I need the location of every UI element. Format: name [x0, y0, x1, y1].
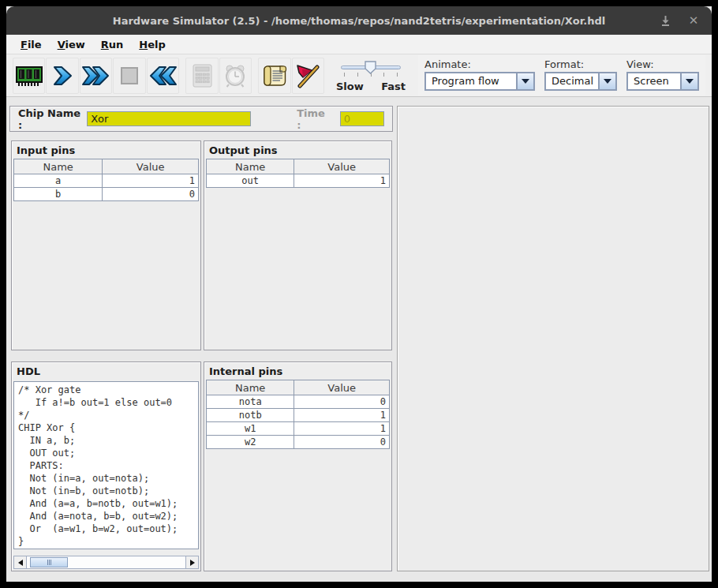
pin-name: out [207, 174, 294, 188]
table-row: w1 1 [207, 422, 390, 436]
hdl-panel: HDL /* Xor gate If a!=b out=1 else out=0… [11, 361, 201, 571]
slider-fast-label: Fast [381, 81, 406, 92]
flag-icon [294, 63, 321, 88]
window-title: Hardware Simulator (2.5) - /home/thomas/… [6, 15, 712, 27]
stop-icon [120, 66, 139, 85]
pin-name: notb [207, 409, 294, 422]
chip-name-bar: Chip Name : Xor Time : 0 [9, 106, 393, 132]
fast-forward-icon [81, 65, 111, 87]
clock-icon [223, 63, 248, 88]
slider-slow-label: Slow [336, 81, 364, 92]
column-header-name: Name [207, 380, 294, 395]
internal-pins-title: Internal pins [204, 362, 391, 380]
pin-value: 1 [294, 174, 390, 188]
scroll-left-button[interactable] [14, 556, 27, 568]
pin-name: nota [207, 395, 294, 409]
speed-slider-thumb[interactable] [365, 61, 376, 74]
minimize-icon [660, 15, 671, 27]
scroll-right-button[interactable] [185, 556, 198, 568]
clock-button [219, 58, 252, 94]
hdl-horizontal-scrollbar[interactable] [13, 556, 199, 569]
chevron-down-icon[interactable] [680, 73, 697, 89]
hdl-code-view: /* Xor gate If a!=b out=1 else out=0 */ … [13, 381, 199, 549]
table-row: w2 0 [207, 436, 390, 449]
input-pins-panel: Input pins Name Value a 1 b 0 [11, 140, 201, 350]
pin-value[interactable]: 0 [103, 188, 199, 201]
column-header-name: Name [207, 159, 294, 174]
animate-label: Animate: [424, 58, 535, 70]
table-row: a 1 [14, 174, 199, 188]
view-label: View: [626, 58, 699, 70]
single-step-button[interactable] [46, 58, 78, 94]
scrollbar-thumb[interactable] [30, 557, 68, 567]
hdl-code: /* Xor gate If a!=b out=1 else out=0 */ … [18, 384, 194, 548]
close-button[interactable]: ✕ [686, 13, 701, 28]
output-pins-title: Output pins [204, 141, 391, 159]
time-field: 0 [340, 111, 384, 126]
output-pins-panel: Output pins Name Value out 1 [204, 140, 392, 350]
pin-value: 0 [294, 436, 390, 449]
format-label: Format: [544, 58, 617, 70]
table-row: out 1 [207, 174, 390, 188]
column-header-value: Value [103, 159, 199, 174]
internal-pins-table: Name Value nota 0 notb 1 w1 1 [206, 380, 390, 449]
table-row: nota 0 [207, 395, 390, 409]
scroll-icon [261, 63, 288, 88]
run-button[interactable] [80, 58, 112, 94]
menu-file[interactable]: File [14, 36, 48, 53]
chevron-down-icon[interactable] [598, 73, 615, 89]
pin-value: 1 [294, 422, 390, 436]
output-pins-table: Name Value out 1 [206, 159, 390, 188]
hdl-view-button[interactable] [258, 58, 290, 94]
table-row: notb 1 [207, 409, 390, 422]
breakpoints-button[interactable] [292, 58, 324, 94]
calculator-button [185, 58, 218, 94]
column-header-value: Value [294, 159, 390, 174]
stop-button [113, 58, 145, 94]
internal-pins-panel: Internal pins Name Value nota 0 notb 1 [204, 361, 392, 571]
input-pins-title: Input pins [12, 141, 200, 159]
toolbar: Slow Fast Animate: Program flow Format: … [6, 54, 712, 97]
toolbar-dropdowns: Animate: Program flow Format: Decimal Vi… [418, 55, 705, 96]
view-select[interactable]: Screen [626, 72, 699, 91]
load-chip-button[interactable] [13, 58, 45, 94]
calculator-icon [189, 63, 215, 88]
pin-name: w1 [207, 422, 294, 436]
minimize-button[interactable] [658, 13, 672, 28]
format-select[interactable]: Decimal [544, 72, 617, 91]
pin-name: a [14, 174, 103, 188]
chip-name-field[interactable]: Xor [87, 111, 251, 126]
pin-name: w2 [207, 436, 294, 449]
input-pins-table: Name Value a 1 b 0 [13, 159, 199, 201]
menu-bar: File View Run Help [6, 35, 712, 54]
chip-icon [14, 64, 44, 88]
column-header-name: Name [14, 159, 103, 174]
pin-value: 0 [294, 395, 390, 409]
pin-value: 1 [294, 409, 390, 422]
animate-value: Program flow [426, 73, 516, 89]
title-bar: Hardware Simulator (2.5) - /home/thomas/… [6, 6, 712, 35]
menu-run[interactable]: Run [95, 36, 130, 53]
menu-view[interactable]: View [51, 36, 92, 53]
view-value: Screen [628, 73, 680, 89]
pin-name: b [14, 188, 103, 201]
screen-view-panel [397, 106, 709, 571]
time-label: Time : [297, 107, 329, 131]
chevron-down-icon[interactable] [516, 73, 533, 89]
column-header-value: Value [294, 380, 390, 395]
app-window: Hardware Simulator (2.5) - /home/thomas/… [0, 0, 718, 588]
format-value: Decimal [546, 73, 598, 89]
step-forward-icon [51, 65, 73, 87]
rewind-icon [148, 65, 178, 87]
reset-button[interactable] [147, 58, 179, 94]
pin-value[interactable]: 1 [103, 174, 199, 188]
animate-select[interactable]: Program flow [424, 72, 535, 91]
triangle-right-icon [190, 560, 195, 566]
table-row: b 0 [14, 188, 199, 201]
chip-name-label: Chip Name : [18, 107, 80, 131]
speed-slider[interactable]: Slow Fast [336, 58, 406, 93]
main-area: Chip Name : Xor Time : 0 Input pins Name… [6, 97, 712, 582]
menu-help[interactable]: Help [133, 36, 171, 53]
triangle-left-icon [18, 560, 23, 566]
hdl-title: HDL [12, 362, 200, 380]
